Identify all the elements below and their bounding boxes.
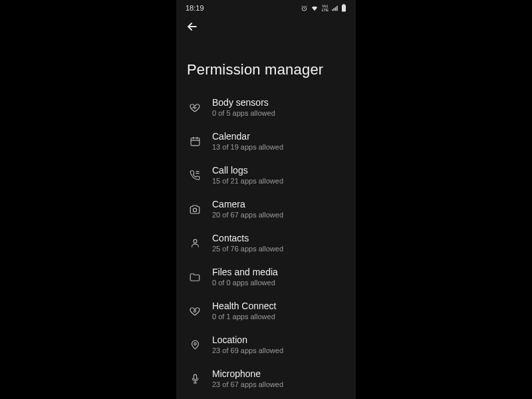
perm-text: Contacts 25 of 76 apps allowed [212, 233, 283, 253]
phone-screen: 18:19 Vo)LTE Permission manager [176, 0, 356, 399]
status-icons: Vo)LTE [301, 4, 346, 12]
svg-rect-8 [194, 374, 196, 380]
perm-item-contacts[interactable]: Contacts 25 of 76 apps allowed [176, 226, 356, 260]
microphone-icon [188, 372, 201, 386]
camera-icon [188, 203, 201, 216]
perm-sub: 0 of 1 apps allowed [212, 313, 277, 321]
perm-item-body-sensors[interactable]: Body sensors 0 of 5 apps allowed [176, 90, 356, 124]
svg-point-5 [194, 239, 197, 243]
signal-icon [331, 5, 338, 12]
perm-sub: 15 of 21 apps allowed [212, 177, 283, 186]
perm-label: Body sensors [212, 97, 275, 108]
folder-icon [188, 271, 201, 284]
perm-text: Call logs 15 of 21 apps allowed [212, 165, 283, 186]
svg-rect-1 [342, 5, 346, 11]
perm-sub: 25 of 76 apps allowed [212, 245, 283, 253]
perm-label: Camera [212, 199, 283, 210]
page-title: Permission manager [176, 37, 356, 90]
health-icon [188, 305, 201, 318]
svg-point-4 [193, 208, 196, 211]
perm-label: Calendar [212, 131, 283, 142]
perm-sub: 13 of 19 apps allowed [212, 143, 283, 152]
perm-item-health-connect[interactable]: Health Connect 0 of 1 apps allowed [176, 294, 356, 328]
perm-sub: 20 of 67 apps allowed [212, 211, 283, 219]
perm-text: Health Connect 0 of 1 apps allowed [212, 301, 277, 321]
perm-text: Location 23 of 69 apps allowed [212, 334, 283, 355]
battery-icon [341, 4, 346, 12]
perm-item-camera[interactable]: Camera 20 of 67 apps allowed [176, 192, 356, 226]
perm-item-microphone[interactable]: Microphone 23 of 67 apps allowed [176, 362, 356, 396]
heart-monitor-icon [188, 101, 201, 114]
back-arrow-icon [186, 20, 199, 33]
perm-label: Files and media [212, 267, 278, 278]
wifi-icon [311, 5, 319, 12]
perm-label: Call logs [212, 165, 283, 176]
perm-item-files-media[interactable]: Files and media 0 of 0 apps allowed [176, 260, 356, 294]
contacts-icon [188, 237, 201, 250]
perm-sub: 0 of 0 apps allowed [212, 279, 278, 287]
perm-sub: 23 of 69 apps allowed [212, 346, 283, 355]
perm-label: Location [212, 334, 283, 346]
svg-point-6 [194, 310, 196, 312]
perm-text: Microphone 23 of 67 apps allowed [212, 368, 283, 389]
back-button[interactable] [184, 19, 200, 35]
svg-rect-2 [343, 4, 344, 5]
top-bar [176, 16, 356, 37]
volte-icon: Vo)LTE [321, 4, 329, 12]
svg-point-7 [194, 342, 196, 345]
perm-label: Contacts [212, 233, 283, 244]
status-bar: 18:19 Vo)LTE [176, 0, 356, 16]
perm-text: Camera 20 of 67 apps allowed [212, 199, 283, 219]
perm-item-call-logs[interactable]: Call logs 15 of 21 apps allowed [176, 158, 356, 192]
perm-label: Microphone [212, 368, 283, 380]
svg-rect-3 [191, 138, 200, 146]
perm-sub: 0 of 5 apps allowed [212, 109, 275, 118]
perm-sub: 23 of 67 apps allowed [212, 380, 283, 389]
location-icon [188, 338, 201, 352]
perm-item-calendar[interactable]: Calendar 13 of 19 apps allowed [176, 124, 356, 158]
perm-text: Calendar 13 of 19 apps allowed [212, 131, 283, 152]
perm-label: Health Connect [212, 301, 277, 312]
permission-list: Body sensors 0 of 5 apps allowed Calenda… [176, 90, 356, 396]
perm-text: Body sensors 0 of 5 apps allowed [212, 97, 275, 118]
perm-text: Files and media 0 of 0 apps allowed [212, 267, 278, 287]
call-log-icon [188, 169, 201, 182]
perm-item-location[interactable]: Location 23 of 69 apps allowed [176, 328, 356, 362]
calendar-icon [188, 135, 201, 148]
status-time: 18:19 [186, 4, 204, 12]
alarm-icon [301, 5, 308, 12]
